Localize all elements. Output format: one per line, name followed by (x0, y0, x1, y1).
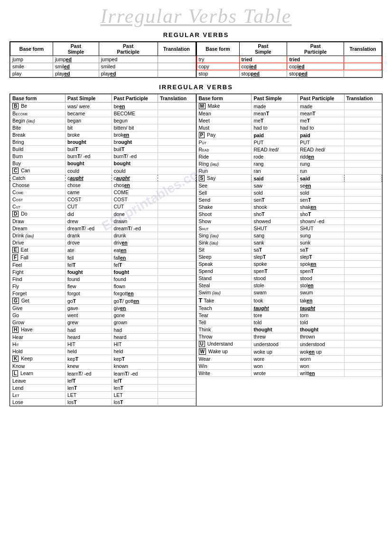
table-row: Send senT senT (196, 197, 382, 204)
table-row: Fly flew flown (10, 283, 196, 290)
table-row: Swim (iau) swam swum (196, 289, 382, 296)
table-row: Tear tore torn (196, 312, 382, 319)
table-row: Know knew known (10, 363, 196, 370)
table-row: Spend spenT spenT (196, 268, 382, 275)
table-row: Steal stole stolen (196, 282, 382, 289)
table-row: W Wake up woke up woken up (196, 348, 382, 356)
table-row: Lend lenT lenT (10, 385, 196, 392)
table-row: Shake shook shaken (196, 204, 382, 211)
table-row: Hold held held (10, 348, 196, 355)
table-row: L Learn learnT/ -ed learnT/ -ed (10, 370, 196, 377)
table-row: Lose losT losT (10, 399, 196, 406)
table-row: stop stopped stopped (196, 70, 382, 77)
table-row: Wear wore worn (196, 356, 382, 363)
table-row: Leave lefT lefT (10, 377, 196, 385)
table-row: Teach taught taught (196, 305, 382, 312)
table-row: Become became BECOME (10, 110, 196, 117)
table-row: Cost COST COST (10, 196, 196, 203)
table-row: D Do did done (10, 210, 196, 218)
table-row: M Make made made (196, 103, 382, 110)
table-row: Begin (iau) began begun (10, 117, 196, 124)
irregular-verbs-title: IRREGULAR VERBS (9, 84, 383, 91)
table-row: Choose chose chosen (10, 182, 196, 189)
table-row: C Can could could (10, 167, 196, 175)
table-row: Sell sold sold (196, 189, 382, 197)
table-row: Stand stood stood (196, 275, 382, 282)
table-row: Think thought thought (196, 326, 382, 333)
table-row: S Say said said (196, 175, 382, 182)
table-row: Drive drove driven (10, 239, 196, 246)
table-row: H Have had had (10, 326, 196, 334)
table-row: Put PUT PUT (196, 139, 382, 146)
table-row: Burn burnT/ -ed burnT/ -ed (10, 153, 196, 160)
table-row: U Understand understood understood (196, 340, 382, 348)
irregular-verbs-section: Base form Past Simple Past Participle Tr… (9, 94, 383, 406)
table-row: Bring brought brought (10, 139, 196, 146)
table-row: Tell told told (196, 319, 382, 326)
table-row: jump jumped jumped (10, 56, 196, 63)
table-row: Cut CUT CUT (10, 203, 196, 210)
table-row: Speak spoke spoken (196, 261, 382, 268)
regular-verbs-title: REGULAR VERBS (9, 31, 383, 38)
table-row: Show showed shown/ -ed (196, 218, 382, 225)
table-row: Sing (iau) sang sung (196, 232, 382, 239)
table-row: Sit saT saT (196, 246, 382, 254)
table-row: Shoot shoT shoT (196, 211, 382, 218)
table-row: Hit HIT HIT (10, 341, 196, 348)
table-row: smile smiled smiled (10, 63, 196, 70)
table-row: Throw threw thrown (196, 333, 382, 340)
table-row: Ride rode ridden (196, 153, 382, 160)
table-row: Dream dreamT/ -ed dreamT/ -ed (10, 225, 196, 232)
table-row: Ring (iau) rang rung (196, 160, 382, 168)
table-row: Sink (iau) sank sunk (196, 239, 382, 246)
regular-verbs-table: Base form PastSimple PastParticiple Tran… (9, 41, 383, 78)
table-row: Come came COME (10, 189, 196, 196)
table-row: Run ran run (196, 168, 382, 175)
table-row: B Be was/ were been (10, 103, 196, 110)
table-row: F Fall fell fallen (10, 254, 196, 262)
table-row: Must had to had to (196, 124, 382, 132)
table-row: Bite bit bitten/ bit (10, 124, 196, 132)
table-row: Catch caught caught (10, 175, 196, 182)
table-row: Give gave given (10, 305, 196, 312)
table-row: Break broke broken (10, 132, 196, 139)
table-row: copy copied copied (196, 63, 382, 70)
table-row: Write wrote written (196, 370, 382, 377)
table-row: K Keep kepT kepT (10, 355, 196, 363)
table-row: Drink (iau) drank drunk (10, 232, 196, 239)
table-row: try tried tried (196, 56, 382, 63)
table-row: Forget forgot forgotten (10, 290, 196, 297)
table-row: Read READ /red/ READ /red/ (196, 146, 382, 153)
table-row: Let LET LET (10, 392, 196, 399)
table-row: Shut SHUT SHUT (196, 225, 382, 232)
table-row: See saw seen (196, 182, 382, 189)
table-row: G Get goT goT/ gotten (10, 297, 196, 305)
table-row: Win won won (196, 363, 382, 370)
table-row: play played played (10, 70, 196, 77)
table-row: Find found found (10, 276, 196, 283)
page-title: Irregular Verbs Table (9, 5, 383, 28)
table-row: Grow grew grown (10, 319, 196, 326)
table-row: E Eat ate eaten (10, 246, 196, 254)
table-row: Draw drew drawn (10, 218, 196, 225)
table-row: Feel felT felT (10, 262, 196, 269)
table-row: P Pay paid paid (196, 132, 382, 139)
regular-verbs-section: Base form PastSimple PastParticiple Tran… (9, 41, 383, 78)
table-row: Go went gone (10, 312, 196, 319)
table-row: Buy bought bought (10, 160, 196, 167)
table-row: Fight fought fought (10, 269, 196, 276)
table-row: Hear heard heard (10, 334, 196, 341)
table-row: Mean meanT meanT (196, 110, 382, 117)
table-row: Meet meT meT (196, 117, 382, 124)
table-row: Build builT builT (10, 146, 196, 153)
table-row: T Take took taken (196, 296, 382, 305)
table-row: Sleep slepT slepT (196, 254, 382, 261)
